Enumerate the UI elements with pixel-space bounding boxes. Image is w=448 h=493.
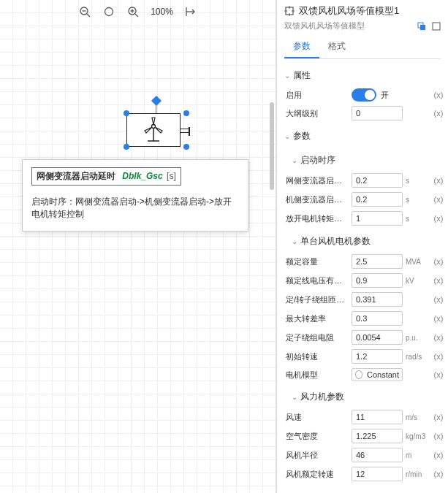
component-box[interactable] xyxy=(126,113,181,147)
target-icon xyxy=(284,6,295,16)
canvas-scrollbar[interactable] xyxy=(270,102,274,190)
unit-rmin: r/min xyxy=(406,470,429,478)
section-startup-sequence: ⌄ 启动时序 网侧变流器启动... s (x) 机侧变流器启动... s (x) xyxy=(284,150,445,228)
zoom-out-icon[interactable] xyxy=(77,4,92,19)
outline-input[interactable] xyxy=(352,106,403,121)
section-header-attributes[interactable]: ⌄ 属性 xyxy=(284,65,445,86)
tab-params[interactable]: 参数 xyxy=(284,36,319,58)
voltage-label: 额定线电压有效值 xyxy=(286,275,349,286)
radio-icon xyxy=(355,370,362,379)
panel-tabs: 参数 格式 xyxy=(284,36,441,59)
msc-delay-label: 机侧变流器启动... xyxy=(286,194,349,205)
field-x[interactable]: (x) xyxy=(432,413,445,421)
canvas-grid xyxy=(0,0,276,493)
outline-label: 大纲级别 xyxy=(286,108,349,119)
section-title: 启动时序 xyxy=(300,154,335,167)
section-header-wind[interactable]: ⌄ 风力机参数 xyxy=(284,386,445,408)
field-x[interactable]: (x) xyxy=(432,195,445,204)
field-x[interactable]: (x) xyxy=(432,176,445,185)
gsc-delay-label: 网侧变流器启动... xyxy=(286,175,349,186)
unit-s: s xyxy=(406,196,429,204)
fit-width-icon[interactable] xyxy=(183,4,198,19)
max-slip-input[interactable] xyxy=(352,311,403,326)
resize-handle-br[interactable] xyxy=(183,144,189,150)
motor-model-select[interactable]: Constant xyxy=(352,368,403,381)
chevron-down-icon: ⌄ xyxy=(284,132,290,140)
svg-line-1 xyxy=(87,14,90,17)
unit-kgm3: kg/m3 xyxy=(406,432,429,440)
field-x[interactable]: (x) xyxy=(432,214,445,223)
winding-ratio-input[interactable] xyxy=(352,292,403,307)
section-header-startup[interactable]: ⌄ 启动时序 xyxy=(284,150,445,171)
torque-delay-input[interactable] xyxy=(352,211,403,226)
air-density-input[interactable] xyxy=(352,429,403,443)
section-title: 风力机参数 xyxy=(300,391,344,403)
rated-speed-label: 风机额定转速 xyxy=(286,469,349,480)
zoom-in-icon[interactable] xyxy=(126,4,140,19)
rotor-radius-label: 风机半径 xyxy=(286,450,349,461)
chevron-down-icon: ⌄ xyxy=(292,237,297,245)
field-x[interactable]: (x) xyxy=(432,276,445,285)
capacity-label: 额定容量 xyxy=(286,256,349,267)
panel-subtitle: 双馈风机风场等值模型 xyxy=(284,20,365,31)
field-x[interactable]: (x) xyxy=(432,352,445,361)
field-x[interactable]: (x) xyxy=(432,370,445,379)
motor-model-value: Constant xyxy=(367,370,399,379)
tooltip-unit: [s] xyxy=(167,171,176,181)
motor-model-label: 电机模型 xyxy=(286,370,349,381)
tooltip-variable: Dblk_Gsc xyxy=(122,171,162,181)
section-header-params[interactable]: ⌄ 参数 xyxy=(284,126,445,147)
turbine-component[interactable] xyxy=(121,113,186,153)
field-x[interactable]: (x) xyxy=(432,451,445,459)
rated-speed-input[interactable] xyxy=(352,467,403,481)
panel-body[interactable]: ⌄ 属性 启用 开 (x) 大纲级别 (x) xyxy=(277,61,448,493)
gsc-delay-input[interactable] xyxy=(352,173,403,188)
turbine-icon xyxy=(139,116,168,144)
output-port[interactable] xyxy=(180,129,189,133)
parameter-tooltip: 网侧变流器启动延时 Dblk_Gsc [s] 启动时序：网侧变流器启动->机侧变… xyxy=(22,159,248,232)
field-x[interactable]: (x) xyxy=(432,257,445,266)
voltage-input[interactable] xyxy=(352,273,403,288)
resize-handle-tr[interactable] xyxy=(183,110,189,116)
torque-delay-label: 放开电机转矩控... xyxy=(286,213,349,224)
unit-kv: kV xyxy=(406,277,429,285)
enable-toggle[interactable] xyxy=(352,88,376,102)
field-x[interactable]: (x) xyxy=(432,470,445,478)
stator-res-label: 定子绕组电阻 xyxy=(286,332,349,343)
resize-handle-bl[interactable] xyxy=(124,144,129,150)
field-x[interactable]: (x) xyxy=(432,333,445,342)
canvas-area[interactable]: 100% 网侧变流器启动延时 Dblk_Gsc xyxy=(0,0,276,493)
unit-pu: p.u. xyxy=(406,334,429,342)
svg-point-12 xyxy=(152,125,156,129)
stator-res-input[interactable] xyxy=(352,330,403,345)
field-x[interactable]: (x) xyxy=(432,432,445,440)
field-x[interactable]: (x) xyxy=(432,295,445,304)
field-x[interactable]: (x) xyxy=(432,91,445,99)
winding-ratio-label: 定/转子绕组匝数... xyxy=(286,294,349,305)
section-single-turbine: ⌄ 单台风机电机参数 额定容量 MVA (x) 额定线电压有效值 kV (x) … xyxy=(284,231,445,383)
tab-format[interactable]: 格式 xyxy=(319,36,354,58)
wind-speed-input[interactable] xyxy=(352,410,403,424)
resize-handle-tl[interactable] xyxy=(124,110,129,116)
air-density-label: 空气密度 xyxy=(286,431,349,442)
capacity-input[interactable] xyxy=(352,254,403,269)
detach-icon[interactable] xyxy=(432,22,441,31)
field-x[interactable]: (x) xyxy=(432,314,445,323)
section-title: 参数 xyxy=(293,130,311,142)
section-header-single[interactable]: ⌄ 单台风机电机参数 xyxy=(284,231,445,252)
chevron-down-icon: ⌄ xyxy=(292,156,297,164)
field-x[interactable]: (x) xyxy=(432,109,445,118)
section-title: 单台风机电机参数 xyxy=(300,235,371,248)
svg-point-3 xyxy=(105,8,113,16)
msc-delay-input[interactable] xyxy=(352,192,403,207)
zoom-reset-icon[interactable] xyxy=(102,5,115,18)
rotate-line xyxy=(156,104,156,113)
section-params: ⌄ 参数 xyxy=(284,126,445,147)
unit-m: m xyxy=(406,451,429,459)
svg-rect-20 xyxy=(433,23,440,30)
init-speed-input[interactable] xyxy=(352,349,403,364)
unit-s: s xyxy=(406,215,429,223)
zoom-level[interactable]: 100% xyxy=(151,7,173,17)
copy-icon[interactable] xyxy=(417,22,426,31)
rotor-radius-input[interactable] xyxy=(352,448,403,462)
